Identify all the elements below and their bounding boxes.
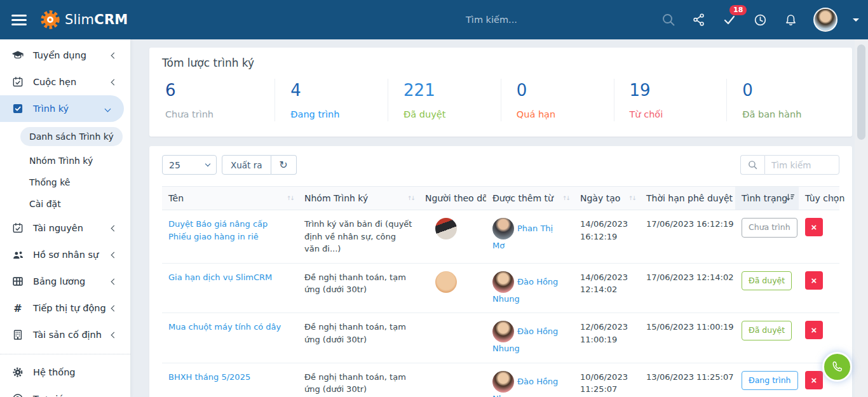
sort-icon: ↑↓ — [562, 195, 569, 201]
follower-avatar — [435, 218, 457, 239]
refresh-icon: ↻ — [279, 159, 287, 171]
sort-icon: ↑↓ — [828, 195, 835, 201]
sidebar-item-trinh-ky[interactable]: Trình ký — [0, 95, 124, 122]
hamburger-menu-icon[interactable] — [10, 12, 28, 28]
sidebar-item-ho-so-nhan-su[interactable]: Hồ sơ nhân sự — [0, 241, 130, 268]
sort-icon: ↑↓ — [628, 195, 635, 201]
column-header-tinh-trang[interactable]: Tình trạng — [735, 187, 799, 210]
row-name-link[interactable]: BHXH tháng 5/2025 — [168, 372, 250, 382]
sidebar-subitem-nhom-trinh-ky[interactable]: Nhóm Trình ký — [0, 150, 130, 172]
chevron-left-icon — [111, 79, 118, 85]
sidebar-item-tuyen-dung[interactable]: Tuyển dụng — [0, 42, 130, 69]
sidebar-item-tro-giup[interactable]: ? Trợ giúp — [0, 386, 130, 397]
global-search-input[interactable]: Tìm kiếm... — [466, 0, 618, 39]
building-icon — [11, 328, 25, 341]
bell-icon[interactable] — [783, 12, 798, 27]
row-created: 12/06/2023 11:00:19 — [580, 322, 628, 344]
sidebar-subitem-thong-ke[interactable]: Thống kê — [0, 172, 130, 193]
table-search-button[interactable] — [740, 155, 764, 175]
graduation-cap-icon — [11, 49, 25, 62]
brand-name: SlimCRM — [65, 12, 128, 27]
row-group: Đề nghị thanh toán, tạm ứng (dưới 30tr) — [304, 273, 406, 295]
users-icon — [11, 248, 25, 262]
delete-button[interactable]: × — [805, 371, 823, 389]
sort-icon: ↑↓ — [407, 195, 414, 201]
scrollbar-thumb[interactable] — [857, 44, 865, 140]
sidebar-item-tai-nguyen[interactable]: Tài nguyên — [0, 215, 130, 241]
table-icon — [11, 275, 25, 288]
table-card: 25 Xuất ra ↻ — [149, 146, 852, 397]
column-header-duoc-them-tu[interactable]: Được thêm từ↑↓ — [486, 187, 574, 210]
delete-button[interactable]: × — [805, 321, 823, 339]
export-button[interactable]: Xuất ra — [222, 155, 271, 175]
profile-caret-down-icon[interactable] — [853, 18, 859, 22]
gear-logo-icon — [39, 9, 61, 30]
chevron-down-icon — [105, 105, 111, 112]
added-by-avatar — [492, 371, 514, 393]
refresh-button[interactable]: ↻ — [271, 155, 297, 175]
column-header-nguoi-theo-doi[interactable]: Người theo dõi — [419, 187, 486, 210]
notification-count-badge: 18 — [729, 5, 747, 15]
hashtag-icon: # — [11, 302, 25, 314]
column-header-ngay-tao[interactable]: Ngày tạo↑↓ — [574, 187, 640, 210]
sidebar-subitem-danh-sach-trinh-ky[interactable]: Danh sách Trình ký — [0, 126, 130, 147]
phone-fab-button[interactable] — [822, 352, 852, 382]
summary-card: Tóm lược trình ký 6 Chưa trình 4 Đang tr… — [149, 48, 852, 137]
share-icon[interactable] — [691, 12, 707, 27]
row-group: Đề nghị thanh toán, tạm ứng (dưới 30tr) — [304, 372, 406, 394]
status-badge: Chưa trình — [742, 218, 797, 238]
history-clock-icon[interactable] — [752, 12, 768, 27]
table-row: Gia hạn dịch vụ SlimCRM Đề nghị thanh to… — [162, 263, 839, 313]
sidebar-item-tai-san-co-dinh[interactable]: Tài sản cố định — [0, 321, 130, 348]
row-name-link[interactable]: Duyệt Báo giá nâng cấp Phiếu giao hàng i… — [168, 219, 268, 241]
main-content: Tóm lược trình ký 6 Chưa trình 4 Đang tr… — [130, 39, 855, 397]
sidebar-item-bang-luong[interactable]: Bảng lương — [0, 268, 130, 295]
table-row: BHXH tháng 5/2025 Đề nghị thanh toán, tạ… — [162, 363, 839, 397]
sidebar-item-he-thong[interactable]: Hệ thống — [0, 359, 130, 386]
app-logo[interactable]: SlimCRM — [39, 9, 128, 30]
row-created: 14/06/2023 12:14:02 — [580, 273, 628, 295]
chevron-down-icon — [205, 161, 210, 166]
stat-da-ban-hanh: 0 Đã ban hành — [726, 79, 839, 121]
approvals-check-icon[interactable]: 18 — [722, 12, 737, 27]
row-name-link[interactable]: Mua chuột máy tính có dây — [168, 322, 281, 332]
summary-title: Tóm lược trình ký — [162, 57, 839, 69]
column-header-ten[interactable]: Tên↑↓ — [162, 187, 298, 210]
column-header-tuy-chon[interactable]: Tùy chọn↑↓ — [799, 187, 839, 210]
stat-tu-choi: 19 Từ chối — [614, 79, 727, 121]
row-deadline: 13/06/2023 11:25:07 — [646, 372, 733, 382]
status-badge: Đang trình — [742, 371, 798, 391]
stat-da-duyet: 221 Đã duyệt — [388, 79, 501, 121]
column-header-nhom-trinh-ky[interactable]: Nhóm Trình ký↑↓ — [298, 187, 419, 210]
stat-dang-trinh: 4 Đang trình — [275, 79, 388, 121]
column-header-thoi-han-phe-duyet[interactable]: Thời hạn phê duyệt — [640, 187, 735, 210]
row-group: Trình ký văn bản đi (quyết định về nhân … — [304, 219, 412, 253]
page-size-select[interactable]: 25 — [162, 155, 217, 175]
check-square-icon — [11, 102, 25, 115]
sidebar-item-cuoc-hen[interactable]: Cuộc hẹn — [0, 69, 130, 95]
row-deadline: 15/06/2023 11:00:19 — [646, 322, 733, 332]
search-icon[interactable] — [661, 12, 676, 27]
row-deadline: 17/06/2023 16:12:19 — [646, 219, 733, 229]
delete-button[interactable]: × — [805, 271, 823, 290]
delete-button[interactable]: × — [805, 218, 823, 236]
vertical-scrollbar[interactable] — [855, 39, 868, 397]
chevron-left-icon — [111, 252, 118, 258]
added-by-avatar — [492, 321, 514, 342]
chevron-left-icon — [111, 305, 118, 311]
sidebar-item-tiep-thi-tu-dong[interactable]: # Tiếp thị tự động — [0, 295, 130, 321]
chevron-left-icon — [111, 52, 118, 58]
table-row: Mua chuột máy tính có dây Đề nghị thanh … — [162, 313, 839, 363]
table-row: Duyệt Báo giá nâng cấp Phiếu giao hàng i… — [162, 210, 839, 264]
sidebar-subitem-cai-dat[interactable]: Cài đặt — [0, 193, 130, 215]
question-circle-icon: ? — [11, 393, 25, 397]
row-group: Đề nghị thanh toán, tạm ứng (dưới 30tr) — [304, 322, 406, 344]
chevron-left-icon — [111, 332, 118, 338]
follower-avatar — [435, 271, 457, 293]
user-avatar[interactable] — [813, 8, 837, 32]
table-search-input[interactable] — [764, 155, 839, 175]
row-name-link[interactable]: Gia hạn dịch vụ SlimCRM — [168, 273, 272, 282]
status-badge: Đã duyệt — [742, 321, 792, 340]
chevron-left-icon — [111, 225, 118, 231]
sidebar-divider — [0, 354, 130, 354]
